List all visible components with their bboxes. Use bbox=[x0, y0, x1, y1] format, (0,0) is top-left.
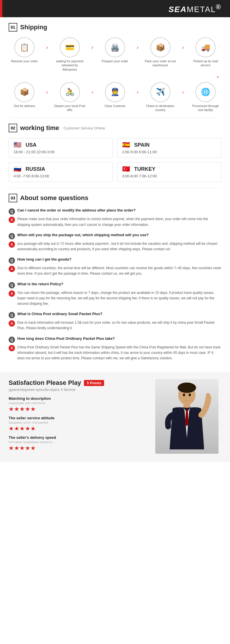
country-usa-header: 🇺🇸 USA bbox=[14, 142, 108, 148]
arrow-r2: ‹ bbox=[91, 89, 93, 95]
faq-q-text-3: What is the return Policy? bbox=[17, 282, 63, 286]
faq-q-5: Q How long does China Post Oridinary Pac… bbox=[9, 336, 221, 343]
satisfaction-title-text: Satisfaction Please Play bbox=[9, 379, 81, 387]
rating-service-label: The seller service attitude bbox=[9, 416, 155, 420]
arrow-4: › bbox=[182, 44, 184, 51]
working-time-num: 02 bbox=[9, 124, 17, 132]
satisfaction-section: Satisfaction Please Play 5 Points удовле… bbox=[0, 372, 230, 462]
faq-q-2: Q How long can I get the goods? bbox=[9, 257, 221, 264]
faq-a-badge-0: A bbox=[9, 217, 15, 223]
faq-item-1: Q When will you ship the package out, wh… bbox=[9, 233, 221, 252]
faq-a-badge-2: A bbox=[9, 266, 15, 272]
step-sort: 🌐 Processed through sort facility bbox=[190, 82, 221, 112]
faq-item-0: Q Can I cancel the order or modify the a… bbox=[9, 208, 221, 227]
faq-a-text-4: Due to track information will increase 1… bbox=[17, 320, 221, 331]
points-badge: 5 Points bbox=[84, 380, 104, 386]
arrow-2: › bbox=[91, 44, 93, 51]
step-pack-icon: 📦 bbox=[150, 37, 170, 57]
faq-q-4: Q What is China Post ordinary Small Pack… bbox=[9, 312, 221, 318]
faq-a-2: A Due to different countries, the arriva… bbox=[9, 265, 221, 276]
country-turkey-header: 🇹🇷 TURKEY bbox=[122, 166, 217, 172]
faq-item-2: Q How long can I get the goods? A Due to… bbox=[9, 257, 221, 276]
faq-a-5: A China Post Oridinary Small Packet Plus… bbox=[9, 345, 221, 361]
faq-q-badge-1: Q bbox=[9, 233, 15, 239]
step-pickup: 🚚 Picked up by mail service bbox=[190, 37, 221, 67]
faq-a-badge-3: A bbox=[9, 290, 15, 297]
step-outdelivery-icon: 📦 bbox=[14, 82, 34, 102]
faq-section: 03 About some questions Q Can I cancel t… bbox=[0, 188, 230, 372]
rating-description-stars: ★★★★★ bbox=[9, 406, 155, 412]
step-payment-icon: 💳 bbox=[60, 37, 80, 57]
brand-metal: METAL bbox=[187, 5, 216, 14]
faq-q-text-0: Can I cancel the order or modify the add… bbox=[17, 208, 136, 212]
faq-a-3: A You can return the package, without re… bbox=[9, 290, 221, 307]
header-red-bar bbox=[0, 0, 2, 17]
working-time-section: 02 working time Customer Service Online … bbox=[0, 118, 230, 188]
rating-service-stars: ★★★★★ bbox=[9, 425, 155, 432]
flag-usa: 🇺🇸 bbox=[14, 142, 23, 148]
step-sort-icon: 🌐 bbox=[195, 82, 216, 102]
faq-q-text-1: When will you ship the package out, whic… bbox=[17, 233, 149, 237]
country-russia-name: RUSSIA bbox=[26, 166, 45, 172]
step-pickup-label: Picked up by mail service bbox=[190, 59, 221, 67]
shipping-row-1: 📋 Receive your order › 💳 waiting for pay… bbox=[9, 37, 221, 71]
step-prepare: 🖨️ Prepare your order bbox=[99, 37, 131, 63]
arrow-r3: ‹ bbox=[137, 89, 139, 95]
faq-q-badge-4: Q bbox=[9, 312, 15, 318]
step-flown: ✈️ Flown to destination country bbox=[145, 82, 176, 112]
faq-item-3: Q What is the return Policy? A You can r… bbox=[9, 282, 221, 307]
step-prepare-label: Prepare your order bbox=[102, 59, 128, 63]
shipping-section: 01 Shipping 📋 Receive your order › 💳 wai… bbox=[0, 17, 230, 118]
step-customs: 👮 Clear Customs bbox=[99, 82, 131, 108]
step-depart: 🚴 Depart your local Post offic bbox=[54, 82, 86, 112]
country-spain-header: 🇪🇸 SPAIN bbox=[122, 142, 217, 148]
person-image bbox=[155, 379, 218, 454]
working-grid: 🇺🇸 USA 18:00 - 21:00 22:00-3:00 🇪🇸 SPAIN… bbox=[9, 138, 221, 182]
faq-a-text-0: Please make sure that your order informa… bbox=[17, 216, 221, 227]
brand-logo: SEAMETAL® bbox=[168, 3, 221, 14]
step-receive-label: Receive your order bbox=[11, 59, 38, 63]
step-outdelivery: 📦 Out for delivery bbox=[9, 82, 40, 108]
rating-delivery-stars: ★★★★★ bbox=[9, 445, 155, 451]
arrow-3: › bbox=[137, 44, 139, 51]
faq-a-text-2: Due to different countries, the arrival … bbox=[17, 265, 221, 276]
country-russia-header: 🇷🇺 RUSSIA bbox=[14, 166, 108, 172]
brand-trademark: ® bbox=[216, 3, 221, 11]
faq-a-badge-5: A bbox=[9, 345, 15, 351]
working-time-sub: Customer Service Online bbox=[64, 126, 105, 130]
faq-a-badge-1: A bbox=[9, 241, 15, 248]
step-pickup-icon: 🚚 bbox=[195, 37, 216, 57]
step-depart-label: Depart your local Post offic bbox=[54, 104, 86, 112]
faq-label: About some questions bbox=[20, 194, 88, 202]
step-customs-icon: 👮 bbox=[105, 82, 125, 102]
faq-q-badge-5: Q bbox=[9, 337, 15, 343]
faq-a-1: A you package will ship out in 72 hours … bbox=[9, 241, 221, 252]
faq-item-5: Q How long does China Post Oridinary Pac… bbox=[9, 336, 221, 361]
step-prepare-icon: 🖨️ bbox=[105, 37, 125, 57]
working-time-label: working time bbox=[20, 124, 59, 132]
rating-service-sub: продавец услуг отношения bbox=[9, 421, 155, 424]
step-outdelivery-label: Out for delivery bbox=[14, 104, 35, 108]
step-flown-icon: ✈️ bbox=[150, 82, 170, 102]
country-usa: 🇺🇸 USA 18:00 - 21:00 22:00-3:00 bbox=[9, 138, 113, 158]
faq-q-text-4: What is China Post ordinary Small Packet… bbox=[17, 312, 102, 316]
step-pack-label: Pack your order at out warehouse bbox=[145, 59, 176, 67]
flag-spain: 🇪🇸 bbox=[122, 142, 131, 148]
rating-service: The seller service attitude продавец усл… bbox=[9, 416, 155, 432]
flag-turkey: 🇹🇷 bbox=[122, 166, 131, 172]
rating-description-sub: подщащие для описания bbox=[9, 401, 155, 405]
rating-description: Matching to description подщащие для опи… bbox=[9, 396, 155, 412]
faq-a-4: A Due to track information will increase… bbox=[9, 320, 221, 331]
arrow-down: ⌄ bbox=[9, 73, 221, 79]
rating-delivery: The seller's delivery speed поставка про… bbox=[9, 435, 155, 451]
faq-section-num: 03 bbox=[9, 194, 17, 202]
svg-point-4 bbox=[189, 393, 191, 396]
faq-q-1: Q When will you ship the package out, wh… bbox=[9, 233, 221, 239]
header: SEAMETAL® bbox=[0, 0, 230, 17]
faq-q-badge-0: Q bbox=[9, 208, 15, 215]
arrow-1: › bbox=[46, 44, 48, 51]
country-russia: 🇷🇺 RUSSIA 4:00 -7:00 8:00-13:00 bbox=[9, 162, 113, 182]
rating-delivery-sub: поставка продавцом скорость bbox=[9, 440, 155, 444]
country-turkey-name: TURKEY bbox=[134, 166, 156, 172]
svg-point-3 bbox=[183, 393, 185, 396]
